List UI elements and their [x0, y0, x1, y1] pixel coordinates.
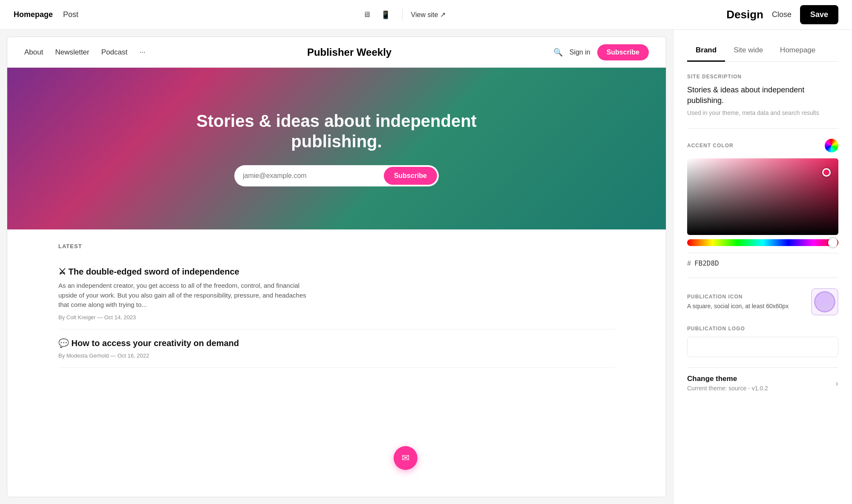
site-description-label: SITE DESCRIPTION: [687, 74, 838, 80]
article-icon-2: 💬: [58, 338, 72, 348]
color-wheel-icon[interactable]: [825, 139, 838, 152]
top-bar-center: 🖥 📱 View site ↗: [360, 7, 446, 23]
change-theme-subtitle: Current theme: source - v1.0.2: [687, 385, 768, 392]
article-meta-1: By Colt Kreiger — Oct 14, 2023: [58, 314, 615, 321]
content-area: LATEST ⚔ The double-edged sword of indep…: [7, 229, 666, 381]
panel-tabs: Brand Site wide Homepage: [687, 40, 838, 62]
hero-subscribe-button[interactable]: Subscribe: [384, 167, 437, 185]
accent-color-header: ACCENT COLOR: [687, 139, 838, 152]
latest-label: LATEST: [58, 243, 615, 249]
hero-title: Stories & ideas about independent publis…: [192, 111, 481, 152]
site-description-hint: Used in your theme, meta data and search…: [687, 109, 838, 116]
nav-more[interactable]: ···: [139, 48, 145, 57]
change-theme-left: Change theme Current theme: source - v1.…: [687, 375, 768, 392]
publication-logo-area[interactable]: [687, 337, 838, 357]
change-theme-row[interactable]: Change theme Current theme: source - v1.…: [687, 367, 838, 398]
publication-icon-label: PUBLICATION ICON: [687, 294, 789, 300]
search-icon[interactable]: 🔍: [553, 48, 563, 57]
right-panel: Brand Site wide Homepage SITE DESCRIPTIO…: [673, 30, 852, 504]
design-title: Design: [726, 8, 763, 21]
sign-in-button[interactable]: Sign in: [570, 49, 590, 56]
floating-email-button[interactable]: ✉: [394, 446, 417, 470]
hash-symbol: #: [687, 260, 691, 267]
publication-icon-image: [814, 291, 835, 312]
hex-input-row: #: [687, 253, 838, 267]
subscribe-button[interactable]: Subscribe: [597, 44, 649, 60]
publication-icon-preview[interactable]: [811, 288, 838, 315]
section-divider-1: [687, 128, 838, 129]
tab-brand[interactable]: Brand: [687, 40, 725, 62]
article-title-2: 💬 How to access your creativity on deman…: [58, 338, 615, 348]
hero-section: Stories & ideas about independent publis…: [7, 68, 666, 229]
article-excerpt-1: As an independent creator, you get acces…: [58, 281, 314, 310]
color-picker[interactable]: [687, 158, 838, 246]
preview-panel: About Newsletter Podcast ··· Publisher W…: [0, 30, 673, 504]
device-icons: 🖥 📱: [360, 7, 394, 23]
color-gradient-box[interactable]: [687, 158, 838, 235]
view-site-button[interactable]: View site ↗: [411, 11, 446, 19]
article-title-1: ⚔ The double-edged sword of independence: [58, 266, 615, 277]
tab-homepage[interactable]: Homepage: [771, 40, 824, 62]
article-meta-2: By Modesta Gerhold — Oct 16, 2022: [58, 352, 615, 359]
top-bar-right: Design Close Save: [726, 5, 838, 24]
preview-nav: About Newsletter Podcast ··· Publisher W…: [7, 37, 666, 68]
chevron-right-icon: ›: [835, 378, 838, 388]
mobile-icon[interactable]: 📱: [377, 7, 394, 23]
publication-logo-section: PUBLICATION LOGO: [687, 326, 838, 357]
article-item-2: 💬 How to access your creativity on deman…: [58, 329, 615, 368]
section-divider-2: [687, 278, 838, 278]
nav-about[interactable]: About: [24, 48, 43, 57]
preview-frame: About Newsletter Podcast ··· Publisher W…: [7, 37, 666, 497]
desktop-icon[interactable]: 🖥: [360, 7, 374, 23]
publication-icon-desc: A square, social icon, at least 60x60px: [687, 302, 789, 311]
tab-site-wide[interactable]: Site wide: [725, 40, 771, 62]
close-button[interactable]: Close: [772, 10, 792, 19]
site-description-text[interactable]: Stories & ideas about independent publis…: [687, 85, 838, 106]
publication-icon-row: PUBLICATION ICON A square, social icon, …: [687, 288, 838, 315]
hero-subscribe-form: Subscribe: [234, 165, 439, 186]
publication-logo-label: PUBLICATION LOGO: [687, 326, 838, 332]
post-link[interactable]: Post: [63, 10, 78, 19]
article-item: ⚔ The double-edged sword of independence…: [58, 258, 615, 329]
nav-podcast[interactable]: Podcast: [101, 48, 127, 57]
article-title-text-2[interactable]: How to access your creativity on demand: [72, 338, 239, 348]
nav-newsletter[interactable]: Newsletter: [55, 48, 89, 57]
preview-nav-left: About Newsletter Podcast ···: [24, 48, 145, 57]
accent-color-label: ACCENT COLOR: [687, 143, 734, 149]
hue-dot[interactable]: [828, 238, 838, 247]
publication-icon-text: PUBLICATION ICON A square, social icon, …: [687, 294, 789, 311]
email-icon: ✉: [402, 452, 409, 464]
change-theme-title: Change theme: [687, 375, 768, 383]
preview-nav-right: 🔍 Sign in Subscribe: [553, 44, 649, 60]
color-hue-bar[interactable]: [687, 239, 838, 246]
site-title: Publisher Weekly: [307, 46, 391, 58]
top-bar: Homepage Post 🖥 📱 View site ↗ Design Clo…: [0, 0, 852, 30]
hex-input[interactable]: [694, 259, 737, 267]
homepage-link[interactable]: Homepage: [14, 10, 53, 19]
top-bar-nav: Homepage Post: [14, 10, 78, 19]
save-button[interactable]: Save: [800, 5, 838, 24]
article-title-text-1[interactable]: The double-edged sword of independence: [69, 267, 239, 276]
hero-email-input[interactable]: [243, 172, 380, 180]
article-icon-1: ⚔: [58, 267, 69, 276]
main-layout: About Newsletter Podcast ··· Publisher W…: [0, 30, 852, 504]
color-picker-dot[interactable]: [822, 168, 831, 177]
